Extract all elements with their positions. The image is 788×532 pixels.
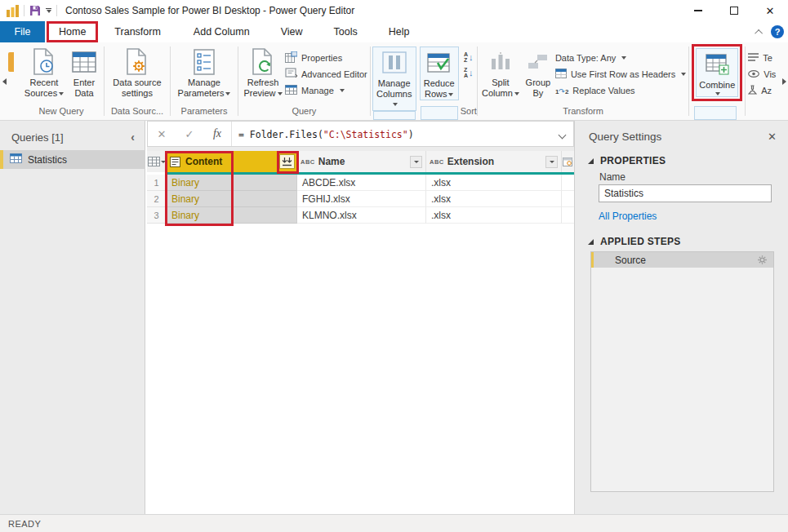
applied-step-source[interactable]: Source: [591, 252, 773, 268]
combine-files-button[interactable]: [279, 154, 295, 169]
query-settings-panel: Query Settings ✕ PROPERTIES Name All Pro…: [574, 121, 788, 514]
sort-ascending-button[interactable]: AZ↓: [464, 51, 474, 63]
step-settings-gear-icon[interactable]: [757, 255, 768, 265]
split-column-button[interactable]: Split Column: [480, 47, 521, 99]
table-select-all-button[interactable]: [147, 151, 167, 172]
cell-name[interactable]: FGHIJ.xlsx: [297, 191, 426, 207]
reduce-rows-button[interactable]: Reduce Rows: [420, 47, 459, 100]
column-label-content: Content: [185, 156, 222, 167]
cell-name[interactable]: ABCDE.xlsx: [297, 175, 426, 191]
queries-collapse-icon[interactable]: ‹: [131, 131, 135, 144]
queries-panel-title: Queries [1]: [11, 131, 64, 144]
tab-help[interactable]: Help: [377, 21, 421, 42]
ribbon-scroll-left-icon[interactable]: [0, 42, 8, 120]
filter-dropdown-icon[interactable]: [410, 156, 422, 168]
cell-extension[interactable]: .xlsx: [426, 175, 562, 191]
properties-section-header[interactable]: PROPERTIES: [588, 155, 666, 166]
cell-partial: [562, 191, 574, 207]
formula-divider: [231, 122, 232, 146]
formula-input[interactable]: = Folder.Files("C:\Statistics"): [238, 126, 414, 141]
minimize-button[interactable]: [680, 0, 716, 21]
manage-parameters-button[interactable]: Manage Parameters: [173, 47, 235, 99]
azure-ml-button[interactable]: Az: [748, 82, 776, 98]
table-row[interactable]: 1 Binary ABCDE.xlsx .xlsx: [147, 175, 574, 191]
cell-content[interactable]: Binary: [167, 207, 297, 224]
menu-bar: File Home Transform Add Column View Tool…: [0, 21, 788, 42]
cell-extension[interactable]: .xlsx: [426, 191, 562, 207]
combine-button[interactable]: Combine: [696, 48, 738, 97]
filter-dropdown-icon[interactable]: [545, 156, 558, 168]
formula-expand-icon[interactable]: [559, 126, 565, 141]
cell-name[interactable]: KLMNO.xlsx: [297, 207, 426, 224]
recent-sources-button[interactable]: Recent Sources: [21, 47, 67, 99]
properties-icon: [285, 51, 297, 64]
collapse-ribbon-icon[interactable]: [755, 29, 763, 37]
close-button[interactable]: ✕: [752, 0, 788, 21]
cell-content[interactable]: Binary: [167, 191, 297, 207]
advanced-editor-button[interactable]: Advanced Editor: [285, 66, 367, 82]
data-source-settings-label: Data source settings: [109, 78, 166, 98]
help-icon[interactable]: ?: [771, 25, 784, 38]
text-analytics-icon: [748, 53, 759, 63]
query-name-input[interactable]: [599, 184, 772, 202]
refresh-preview-button[interactable]: Refresh Preview: [241, 47, 285, 99]
refresh-preview-label: Refresh Preview: [243, 78, 278, 98]
table-row[interactable]: 2 Binary FGHIJ.xlsx .xlsx: [147, 191, 574, 207]
replace-values-icon: 1↷2: [555, 86, 568, 95]
ribbon-scroll-right-icon[interactable]: [780, 42, 788, 120]
save-icon[interactable]: [29, 5, 41, 16]
all-properties-link[interactable]: All Properties: [599, 211, 657, 222]
formula-check-icon[interactable]: ✓: [176, 128, 203, 140]
cell-partial: [562, 207, 574, 224]
status-text: READY: [8, 519, 41, 529]
new-source-button-partial[interactable]: [8, 42, 19, 120]
recent-sources-icon: [32, 47, 56, 76]
use-first-row-button[interactable]: Use First Row as Headers: [555, 66, 686, 82]
group-query: Refresh Preview Properties Advanced Edit…: [238, 42, 370, 120]
data-type-button[interactable]: Data Type: Any: [555, 50, 686, 65]
tab-tools[interactable]: Tools: [323, 21, 369, 42]
data-type-label: Data Type: Any: [555, 53, 616, 63]
replace-values-button[interactable]: 1↷2 Replace Values: [555, 82, 686, 98]
tab-transform[interactable]: Transform: [103, 21, 172, 42]
enter-data-icon: [72, 47, 96, 76]
enter-data-button[interactable]: Enter Data: [67, 47, 101, 99]
formula-cancel-icon[interactable]: ✕: [148, 128, 176, 140]
column-header-content[interactable]: Content: [167, 151, 297, 172]
group-transform: Split Column Group By Data Type: Any Use…: [478, 42, 688, 120]
cell-extension[interactable]: .xlsx: [426, 207, 562, 224]
tab-view[interactable]: View: [269, 21, 314, 42]
column-header-extension[interactable]: ABC Extension: [426, 151, 562, 172]
text-analytics-label: Te: [763, 53, 772, 63]
formula-bar: ✕ ✓ fx = Folder.Files("C:\Statistics"): [147, 121, 574, 147]
cell-content[interactable]: Binary: [167, 175, 297, 191]
table-row[interactable]: 3 Binary KLMNO.xlsx .xlsx: [147, 207, 574, 224]
column-header-name[interactable]: ABC Name: [297, 151, 426, 172]
tab-file[interactable]: File: [0, 21, 45, 42]
vision-button[interactable]: Vis: [748, 66, 776, 82]
sort-descending-button[interactable]: ZA↓: [464, 67, 474, 78]
data-source-settings-button[interactable]: Data source settings: [107, 47, 167, 99]
tab-add-column[interactable]: Add Column: [182, 21, 261, 42]
query-settings-close-icon[interactable]: ✕: [768, 131, 777, 143]
text-analytics-button[interactable]: Te: [748, 50, 776, 65]
binary-type-icon: [170, 157, 180, 167]
group-data-sources: Data source settings Data Sourc...: [105, 42, 170, 120]
collapse-triangle-icon: [588, 158, 594, 164]
maximize-button[interactable]: [716, 0, 752, 21]
cell-partial: [562, 175, 574, 191]
replace-values-label: Replace Values: [572, 86, 634, 95]
query-list-item-statistics[interactable]: Statistics: [0, 150, 145, 169]
refresh-preview-icon: [251, 47, 275, 76]
applied-steps-section-header[interactable]: APPLIED STEPS: [588, 236, 681, 247]
properties-button[interactable]: Properties: [285, 50, 367, 65]
manage-columns-button[interactable]: Manage Columns: [372, 47, 416, 111]
group-by-button[interactable]: Group By: [521, 47, 555, 99]
manage-button[interactable]: Manage: [285, 82, 367, 98]
titlebar-divider: [24, 5, 24, 16]
collapse-triangle-icon: [588, 239, 594, 245]
column-header-partial[interactable]: [562, 151, 574, 172]
tab-home[interactable]: Home: [49, 24, 96, 40]
fx-icon[interactable]: fx: [203, 127, 231, 140]
quick-access-dropdown-icon[interactable]: [46, 8, 51, 14]
